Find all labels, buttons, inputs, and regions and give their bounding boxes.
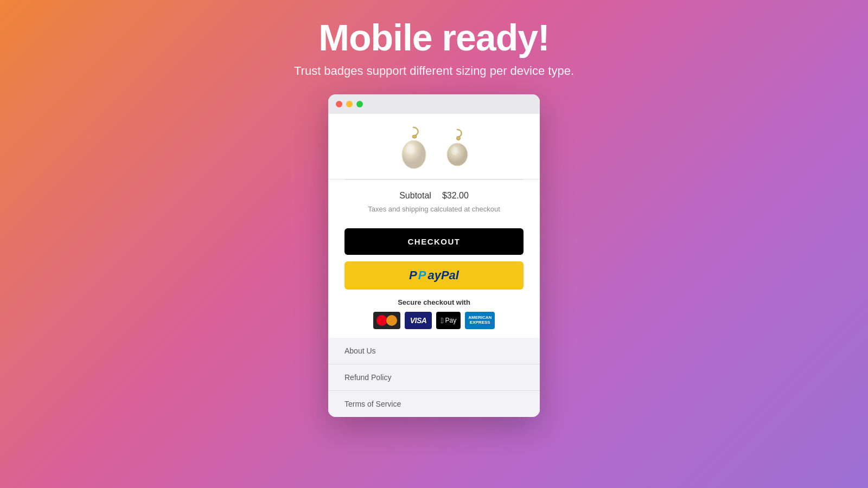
browser-window: Subtotal $32.00 Taxes and shipping calcu…: [328, 94, 540, 417]
subtotal-label: Subtotal: [399, 191, 431, 201]
apple-logo: : [441, 316, 443, 325]
paypal-text: ayPal: [427, 268, 459, 282]
svg-point-5: [451, 146, 458, 155]
mastercard-icon: [373, 312, 400, 329]
browser-dot-yellow: [346, 101, 353, 107]
visa-icon: VISA: [405, 312, 432, 329]
amex-text-2: EXPRESS: [470, 320, 490, 325]
applepay-icon:  Pay: [436, 312, 461, 329]
paypal-button[interactable]: P P ayPal: [344, 261, 524, 290]
applepay-text: Pay: [445, 317, 457, 324]
svg-point-0: [412, 135, 417, 138]
browser-titlebar: [328, 94, 540, 114]
secure-checkout-section: Secure checkout with VISA  Pay AMERICAN…: [328, 298, 540, 338]
svg-point-2: [406, 144, 415, 155]
footer-links: About Us Refund Policy Terms of Service: [328, 338, 540, 417]
browser-dot-green: [356, 101, 363, 107]
svg-point-4: [447, 143, 468, 166]
footer-link-terms[interactable]: Terms of Service: [328, 390, 540, 417]
subtotal-amount: $32.00: [442, 191, 469, 201]
product-image-2: [442, 127, 472, 168]
subtotal-section: Subtotal $32.00 Taxes and shipping calcu…: [328, 180, 540, 228]
tax-note: Taxes and shipping calculated at checkou…: [368, 205, 500, 213]
page-title: Mobile ready!: [318, 16, 549, 59]
svg-point-1: [402, 140, 426, 169]
browser-content: Subtotal $32.00 Taxes and shipping calcu…: [328, 114, 540, 338]
footer-link-refund[interactable]: Refund Policy: [328, 364, 540, 390]
footer-link-about[interactable]: About Us: [328, 338, 540, 364]
subtotal-row: Subtotal $32.00: [399, 191, 469, 201]
svg-point-3: [457, 137, 461, 140]
secure-checkout-label: Secure checkout with: [344, 298, 524, 306]
product-images: [328, 114, 540, 179]
checkout-button[interactable]: CHECKOUT: [344, 228, 524, 255]
payment-icons: VISA  Pay AMERICAN EXPRESS: [344, 312, 524, 329]
page-subtitle: Trust badges support different sizing pe…: [294, 64, 574, 78]
paypal-logo: P P ayPal: [409, 268, 459, 282]
paypal-p2-icon: P: [418, 268, 426, 282]
product-image-1: [396, 125, 431, 171]
browser-dot-red: [336, 101, 342, 107]
amex-icon: AMERICAN EXPRESS: [465, 312, 495, 329]
paypal-p-icon: P: [409, 268, 417, 282]
